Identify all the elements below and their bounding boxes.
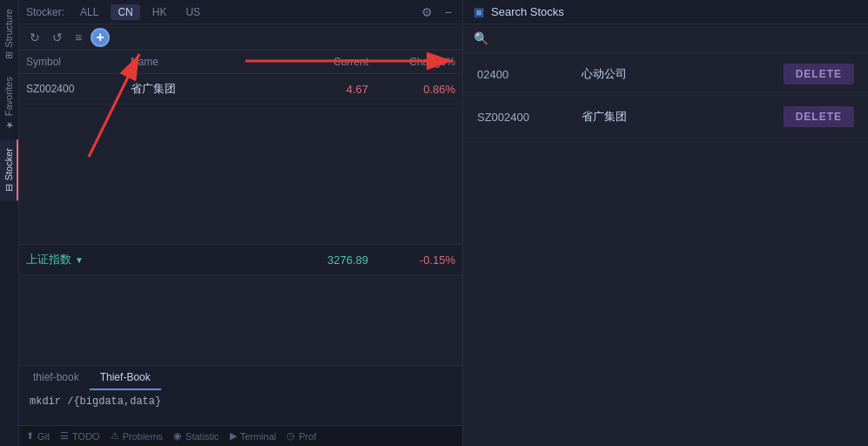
status-terminal[interactable]: ▶ Terminal xyxy=(230,430,277,442)
result-row-0[interactable]: 02400 心动公司 DELETE xyxy=(463,53,868,96)
index-value: 3276.89 xyxy=(281,253,368,267)
status-todo[interactable]: ☰ TODO xyxy=(60,430,100,442)
table-header: Symbol Name Current Change% xyxy=(19,51,462,74)
refresh-icon[interactable]: ↻ xyxy=(26,29,44,46)
result-row-1[interactable]: SZ002400 省广集团 DELETE xyxy=(463,96,868,139)
prof-label: Prof xyxy=(299,431,316,442)
delete-button-1[interactable]: DELETE xyxy=(784,106,854,127)
delete-button-0[interactable]: DELETE xyxy=(784,64,854,84)
status-statistic[interactable]: ◉ Statistic xyxy=(173,430,219,442)
tab-us[interactable]: US xyxy=(178,4,207,20)
statistic-icon: ◉ xyxy=(173,430,182,442)
stocker-label: Stocker: xyxy=(26,6,64,18)
git-label: Git xyxy=(37,431,50,442)
status-problems[interactable]: ⚠ Problems xyxy=(111,430,163,442)
search-panel-header: ▣ Search Stocks xyxy=(463,0,868,24)
sidebar-label-structure: Structure xyxy=(3,9,14,48)
search-panel-title: Search Stocks xyxy=(491,5,564,18)
search-panel: ▣ Search Stocks 🔍 02400 心动公司 DELETE SZ00… xyxy=(463,0,868,446)
refresh2-icon[interactable]: ↺ xyxy=(49,29,66,46)
cell-symbol-0: SZ002400 xyxy=(26,83,131,95)
stock-table: Symbol Name Current Change% SZ002400 省广集… xyxy=(19,51,462,365)
result-code-1: SZ002400 xyxy=(477,111,582,124)
header-current: Current xyxy=(281,56,368,68)
result-name-0: 心动公司 xyxy=(582,66,784,82)
empty-space xyxy=(19,105,462,244)
git-icon: ⬆ xyxy=(26,430,34,442)
tab-hk[interactable]: HK xyxy=(145,4,174,20)
structure-icon: ⊞ xyxy=(3,51,14,59)
tab-thief-book[interactable]: thief-book xyxy=(23,366,90,390)
todo-label: TODO xyxy=(72,431,100,442)
menu-icon[interactable]: ≡ xyxy=(71,29,85,46)
prof-icon: ◷ xyxy=(286,430,295,442)
sidebar-label-favorites: Favorites xyxy=(3,77,14,116)
status-prof[interactable]: ◷ Prof xyxy=(286,430,316,442)
warning-icon: ⚠ xyxy=(111,430,119,442)
tab-thief-book-active[interactable]: Thief-Book xyxy=(90,366,161,390)
result-code-0: 02400 xyxy=(477,68,582,81)
terminal-label: Terminal xyxy=(240,431,277,442)
terminal-icon: ▶ xyxy=(230,430,237,442)
sidebar-item-structure[interactable]: ⊞ Structure xyxy=(0,0,18,68)
search-input-wrapper: 🔍 xyxy=(474,31,858,45)
dropdown-icon: ▼ xyxy=(75,255,84,265)
search-results-list: 02400 心动公司 DELETE SZ002400 省广集团 DELETE xyxy=(463,53,868,446)
status-git[interactable]: ⬆ Git xyxy=(26,430,50,442)
cell-name-0: 省广集团 xyxy=(131,81,281,97)
add-stock-button[interactable]: + xyxy=(91,28,110,47)
toolbar: ↻ ↺ ≡ + xyxy=(19,24,462,51)
add-icon: + xyxy=(97,30,104,45)
search-input[interactable] xyxy=(494,32,858,45)
terminal-area: mkdir /{bigdata,data} xyxy=(19,390,462,425)
index-row[interactable]: 上证指数 ▼ 3276.89 -0.15% xyxy=(19,244,462,275)
header-name: Name xyxy=(131,56,281,68)
terminal-command: mkdir /{bigdata,data} xyxy=(30,395,161,408)
problems-label: Problems xyxy=(123,431,163,442)
search-input-row: 🔍 xyxy=(463,24,868,53)
sidebar-item-stocker[interactable]: ⊟ Stocker xyxy=(0,139,18,200)
cell-change-0: 0.86% xyxy=(368,83,455,96)
todo-icon: ☰ xyxy=(60,430,69,442)
top-bar: Stocker: ALL CN HK US ⚙ − xyxy=(19,0,462,24)
header-change: Change% xyxy=(368,56,455,68)
statistic-label: Statistic xyxy=(185,431,219,442)
left-sidebar: ⊞ Structure ★ Favorites ⊟ Stocker xyxy=(0,0,19,446)
result-name-1: 省广集团 xyxy=(582,109,784,125)
sidebar-label-stocker: Stocker xyxy=(3,148,14,180)
search-magnifier-icon: 🔍 xyxy=(474,31,488,45)
search-panel-icon: ▣ xyxy=(474,5,484,18)
sidebar-item-favorites[interactable]: ★ Favorites xyxy=(0,68,18,139)
header-symbol: Symbol xyxy=(26,56,131,68)
close-icon[interactable]: − xyxy=(441,3,455,21)
stocker-icon: ⊟ xyxy=(3,184,14,192)
settings-icon[interactable]: ⚙ xyxy=(418,3,436,21)
table-row[interactable]: SZ002400 省广集团 4.67 0.86% xyxy=(19,74,462,105)
star-icon: ★ xyxy=(3,119,14,131)
bottom-tabs: thief-book Thief-Book xyxy=(19,365,462,390)
main-panel: Stocker: ALL CN HK US ⚙ − ↻ ↺ ≡ + Symbol… xyxy=(19,0,463,446)
tab-all[interactable]: ALL xyxy=(73,4,105,20)
index-name: 上证指数 ▼ xyxy=(26,252,131,267)
index-change-pct: -0.15% xyxy=(368,253,455,267)
cell-current-0: 4.67 xyxy=(281,83,368,96)
tab-cn[interactable]: CN xyxy=(111,4,139,20)
status-bar: ⬆ Git ☰ TODO ⚠ Problems ◉ Statistic ▶ Te… xyxy=(19,425,462,446)
